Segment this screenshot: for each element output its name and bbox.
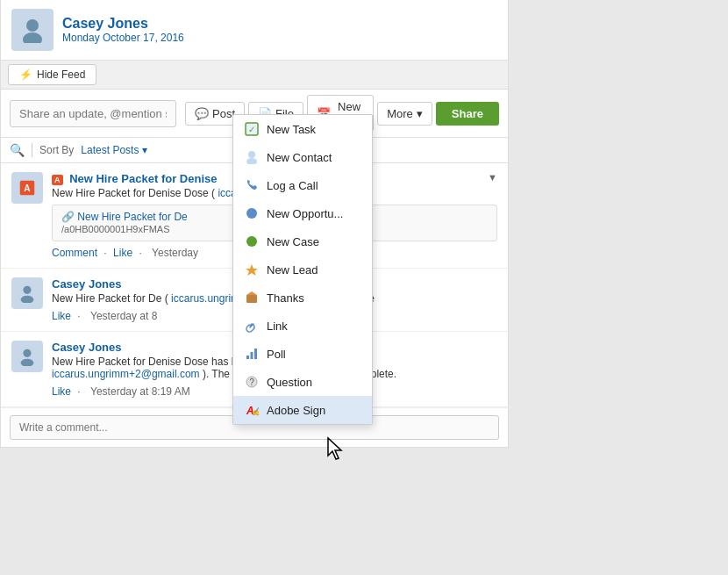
svg-rect-17 xyxy=(246,356,249,359)
avatar-feed-2 xyxy=(11,277,43,309)
svg-rect-15 xyxy=(246,295,257,303)
question-icon: ? xyxy=(244,374,260,390)
opportunity-icon xyxy=(244,205,260,221)
link-icon: 🔗 xyxy=(61,211,75,223)
adobe-sign-icon: A✍ xyxy=(244,402,260,418)
more-dropdown-menu: ✓ New Task New Contact Log a Call New Op… xyxy=(232,114,373,425)
svg-text:✍: ✍ xyxy=(252,406,259,417)
hide-feed-button[interactable]: ⚡ Hide Feed xyxy=(8,64,96,85)
svg-text:?: ? xyxy=(249,377,254,387)
feed-email-link-3[interactable]: iccarus.ungrimm+2@gmail.com xyxy=(52,368,203,380)
like-link-3[interactable]: Like xyxy=(52,385,71,398)
more-button[interactable]: More ▾ xyxy=(377,102,432,126)
like-link-2[interactable]: Like xyxy=(52,310,71,322)
svg-point-10 xyxy=(248,151,255,158)
timestamp-2: Yesterday at 8 xyxy=(90,310,157,322)
svg-point-12 xyxy=(246,208,257,219)
svg-point-0 xyxy=(26,19,39,32)
dropdown-item-new-lead[interactable]: New Lead xyxy=(233,255,372,284)
chevron-down-icon: ▾ xyxy=(417,107,423,120)
timestamp-3: Yesterday at 8:19 AM xyxy=(90,385,190,398)
phone-icon xyxy=(244,177,260,193)
hide-feed-bar: ⚡ Hide Feed xyxy=(1,61,508,90)
avatar-feed-3 xyxy=(11,341,43,372)
svg-rect-18 xyxy=(251,352,253,359)
dropdown-item-new-contact[interactable]: New Contact xyxy=(233,143,372,171)
svg-text:✓: ✓ xyxy=(248,125,255,134)
sort-chevron-icon: ▾ xyxy=(142,144,147,156)
dropdown-item-new-task[interactable]: ✓ New Task xyxy=(233,115,372,143)
svg-marker-16 xyxy=(246,291,257,295)
lightning-icon: ⚡ xyxy=(19,68,32,81)
sort-label: Sort By xyxy=(39,144,74,156)
task-icon: ✓ xyxy=(244,121,260,137)
dropdown-item-poll[interactable]: Poll xyxy=(233,340,372,368)
badge-icon: A xyxy=(52,175,63,185)
case-icon xyxy=(244,234,260,249)
link-icon xyxy=(244,318,260,334)
update-input[interactable] xyxy=(10,100,176,127)
svg-point-13 xyxy=(246,236,257,247)
dropdown-item-link[interactable]: Link xyxy=(233,312,372,340)
sort-select[interactable]: Latest Posts ▾ xyxy=(81,144,146,156)
dropdown-item-new-opportu[interactable]: New Opportu... xyxy=(233,199,372,227)
like-link-1[interactable]: Like xyxy=(113,247,132,259)
timestamp-1: Yesterday xyxy=(152,247,198,259)
profile-header: Casey Jones Monday October 17, 2016 xyxy=(1,0,508,61)
dropdown-item-question[interactable]: ? Question xyxy=(233,368,372,396)
svg-point-7 xyxy=(21,359,34,366)
profile-date: Monday October 17, 2016 xyxy=(62,32,184,44)
svg-point-1 xyxy=(23,32,42,43)
search-icon[interactable]: 🔍 xyxy=(10,143,25,157)
lead-icon xyxy=(244,262,260,277)
dropdown-item-new-case[interactable]: New Case xyxy=(233,227,372,255)
profile-info: Casey Jones Monday October 17, 2016 xyxy=(62,16,184,44)
comment-link-1[interactable]: Comment xyxy=(52,247,97,259)
profile-name: Casey Jones xyxy=(62,16,184,32)
dropdown-item-thanks[interactable]: Thanks xyxy=(233,284,372,312)
thanks-icon xyxy=(244,290,260,305)
svg-point-6 xyxy=(23,349,31,357)
attachment-link-1[interactable]: New Hire Packet for De xyxy=(77,211,187,223)
expand-icon[interactable]: ▼ xyxy=(488,172,497,183)
avatar-feed-1: A xyxy=(11,172,43,204)
dropdown-item-log-call[interactable]: Log a Call xyxy=(233,171,372,199)
contact-icon xyxy=(244,149,260,165)
post-icon: 💬 xyxy=(195,107,209,120)
dropdown-item-adobe-sign[interactable]: A✍ Adobe Sign xyxy=(233,396,372,424)
svg-point-11 xyxy=(246,158,257,164)
svg-point-5 xyxy=(21,296,34,303)
svg-marker-14 xyxy=(246,264,258,276)
poll-icon xyxy=(244,346,260,362)
avatar xyxy=(11,9,54,51)
divider xyxy=(32,143,32,157)
svg-rect-19 xyxy=(254,349,257,359)
svg-text:A: A xyxy=(24,183,31,193)
share-button[interactable]: Share xyxy=(436,102,499,126)
svg-point-4 xyxy=(23,286,31,294)
